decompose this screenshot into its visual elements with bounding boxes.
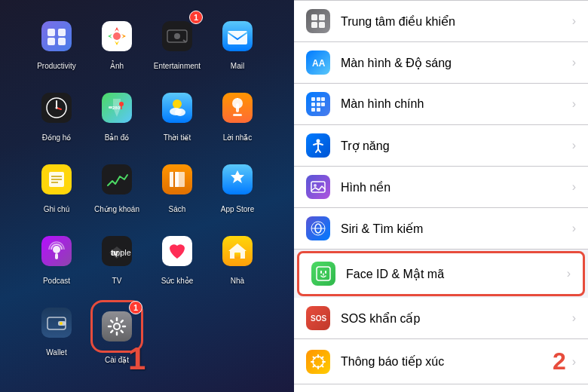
app-grid: ProductivityẢnh1EntertainmentMailĐồng hồ… xyxy=(29,14,266,368)
svg-point-26 xyxy=(175,109,185,116)
svg-rect-77 xyxy=(321,103,325,106)
setting-accessibility[interactable]: Trợ năng› xyxy=(294,125,588,167)
setting-icon-sos: SOS xyxy=(306,306,330,330)
app-label-appstore: App Store xyxy=(221,205,254,213)
setting-wallpaper[interactable]: Hình nền› xyxy=(294,167,588,208)
svg-rect-51 xyxy=(234,253,240,259)
setting-icon-faceid xyxy=(311,262,335,286)
setting-chevron-siri: › xyxy=(572,222,576,235)
app-mail[interactable]: Mail xyxy=(210,14,266,81)
app-wallet[interactable]: Wallet xyxy=(29,300,85,368)
setting-label-accessibility: Trợ năng xyxy=(341,139,572,153)
svg-rect-52 xyxy=(41,308,72,338)
app-label-mail: Mail xyxy=(231,62,244,70)
svg-line-98 xyxy=(314,365,315,366)
app-label-reminders: Lời nhắc xyxy=(223,133,253,142)
setting-icon-control-center xyxy=(306,9,330,33)
settings-panel: Trung tâm điều khiển›AAMàn hình & Độ sán… xyxy=(294,0,588,392)
app-label-photos: Ảnh xyxy=(110,62,124,70)
settings-list[interactable]: Trung tâm điều khiển›AAMàn hình & Độ sán… xyxy=(294,0,588,392)
step-2-number: 2 xyxy=(553,348,566,375)
svg-line-62 xyxy=(111,331,112,332)
setting-chevron-sos: › xyxy=(572,311,576,325)
svg-point-82 xyxy=(314,184,317,187)
app-label-settings: Cài đặt xyxy=(105,356,129,364)
setting-siri[interactable]: Siri & Tìm kiếm› xyxy=(294,208,588,250)
app-podcast[interactable]: Podcast xyxy=(29,228,85,296)
svg-text:280: 280 xyxy=(112,106,121,110)
app-label-podcast: Podcast xyxy=(43,277,70,285)
svg-rect-69 xyxy=(311,22,317,28)
app-photos[interactable]: Ảnh xyxy=(89,14,145,81)
svg-line-96 xyxy=(321,365,323,366)
svg-point-10 xyxy=(174,33,180,39)
svg-rect-30 xyxy=(233,114,242,116)
svg-rect-0 xyxy=(41,21,72,51)
svg-rect-37 xyxy=(102,164,132,194)
setting-icon-siri xyxy=(306,216,330,240)
app-appletv[interactable]: appletvTV xyxy=(89,228,145,296)
setting-label-control-center: Trung tâm điều khiển xyxy=(341,14,572,29)
app-health[interactable]: Sức khỏe xyxy=(149,228,206,296)
app-entertainment[interactable]: 1Entertainment xyxy=(149,14,206,81)
setting-display[interactable]: AAMàn hình & Độ sáng› xyxy=(294,42,588,84)
app-label-maps: Bản đồ xyxy=(105,133,130,142)
setting-sos[interactable]: SOSSOS khẩn cấp› xyxy=(294,298,588,339)
app-books[interactable]: Sách xyxy=(149,157,206,225)
setting-label-sos: SOS khẩn cấp xyxy=(341,311,572,326)
svg-rect-73 xyxy=(317,97,320,101)
app-clock[interactable]: Đồng hồ xyxy=(29,85,85,153)
app-appstore[interactable]: App Store xyxy=(210,157,266,225)
svg-rect-40 xyxy=(176,172,185,187)
setting-chevron-control-center: › xyxy=(572,14,576,28)
setting-battery[interactable]: Pin› xyxy=(294,384,588,392)
svg-rect-3 xyxy=(47,38,55,45)
setting-exposure[interactable]: Thông báo tiếp xúc2› xyxy=(294,339,588,384)
svg-line-64 xyxy=(111,320,112,322)
setting-chevron-display: › xyxy=(572,56,576,69)
setting-faceid[interactable]: Face ID & Mật mã› xyxy=(297,251,585,296)
svg-point-7 xyxy=(113,32,121,40)
setting-chevron-accessibility: › xyxy=(572,139,576,152)
setting-control-center[interactable]: Trung tâm điều khiển› xyxy=(294,0,588,42)
svg-rect-76 xyxy=(317,103,320,106)
svg-rect-75 xyxy=(311,103,315,106)
svg-rect-78 xyxy=(311,108,315,112)
app-label-clock: Đồng hồ xyxy=(42,133,72,142)
setting-label-display: Màn hình & Độ sáng xyxy=(341,56,572,70)
app-reminders[interactable]: Lời nhắc xyxy=(210,85,266,153)
svg-rect-2 xyxy=(58,29,66,36)
svg-rect-45 xyxy=(55,253,58,259)
svg-point-44 xyxy=(53,246,60,253)
setting-icon-display: AA xyxy=(306,51,330,75)
setting-icon-exposure xyxy=(306,350,330,374)
svg-point-80 xyxy=(317,139,320,143)
svg-rect-4 xyxy=(58,38,66,45)
app-home[interactable]: Nhà xyxy=(210,228,266,296)
app-productivity[interactable]: Productivity xyxy=(29,14,85,81)
setting-icon-home-screen xyxy=(306,92,330,116)
svg-point-55 xyxy=(60,322,63,325)
svg-line-66 xyxy=(121,320,123,322)
setting-chevron-exposure: › xyxy=(572,355,576,369)
app-label-health: Sức khỏe xyxy=(161,277,194,285)
setting-label-home-screen: Màn hình chính xyxy=(341,97,572,111)
app-label-weather: Thời tiết xyxy=(164,133,191,142)
svg-rect-68 xyxy=(319,14,325,20)
setting-chevron-wallpaper: › xyxy=(572,180,576,194)
app-label-stocks: Chứng khoán xyxy=(94,205,139,213)
setting-label-siri: Siri & Tìm kiếm xyxy=(341,222,572,236)
svg-point-18 xyxy=(56,107,58,109)
app-label-appletv: TV xyxy=(112,277,122,285)
svg-line-97 xyxy=(321,357,323,358)
svg-point-58 xyxy=(115,324,119,329)
app-weather[interactable]: Thời tiết xyxy=(149,85,206,153)
svg-rect-72 xyxy=(311,97,315,101)
svg-point-24 xyxy=(173,100,182,109)
app-label-entertainment: Entertainment xyxy=(154,62,201,70)
app-stocks[interactable]: Chứng khoán xyxy=(89,157,145,225)
app-maps[interactable]: 280Bản đồ xyxy=(89,85,145,153)
app-notes[interactable]: Ghi chú xyxy=(29,157,85,225)
setting-home-screen[interactable]: Màn hình chính› xyxy=(294,84,588,125)
setting-chevron-home-screen: › xyxy=(572,97,576,111)
